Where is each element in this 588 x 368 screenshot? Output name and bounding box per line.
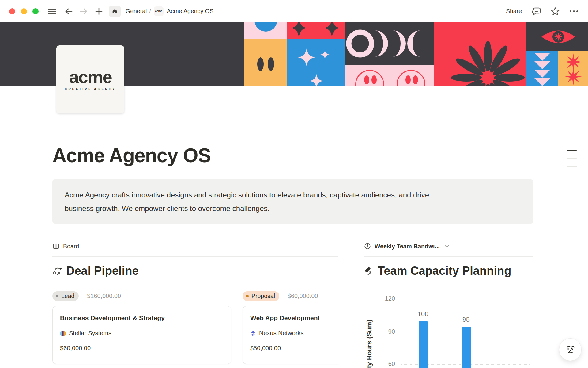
deal-card[interactable]: Web App Development Nexus Networks $50,0… [243, 306, 339, 364]
callout-line: Acme Agency crafts innovative designs an… [65, 188, 521, 202]
group-sum[interactable]: $160,000.00 [87, 293, 121, 300]
deal-card-title[interactable]: Web App Development [250, 314, 339, 322]
deal-pipeline-heading-row: Deal Pipeline [52, 263, 339, 278]
gridline-120 [401, 299, 530, 299]
page-title[interactable]: Acme Agency OS [52, 144, 211, 167]
page-logo-card[interactable]: acme CREATIVE AGENCY [56, 45, 124, 113]
cover-tile-red-smileys [345, 65, 434, 86]
linked-chart-icon [364, 266, 374, 276]
deal-pipeline-heading[interactable]: Deal Pipeline [66, 263, 139, 278]
status-badge-proposal[interactable]: Proposal [243, 291, 279, 301]
bar-value-label: 95 [462, 316, 470, 324]
sidebar-menu-icon[interactable] [48, 8, 56, 15]
cover-tile-smiley-face [244, 39, 287, 86]
capacity-bar[interactable] [462, 327, 471, 368]
close-window-button[interactable] [9, 8, 15, 14]
comments-icon[interactable] [532, 7, 541, 16]
deal-amount: $60,000.00 [60, 345, 224, 352]
back-arrow-icon[interactable] [64, 7, 73, 15]
capacity-bar[interactable] [419, 321, 428, 368]
y-axis-label: ty Hours (Sum) [366, 320, 373, 368]
client-link[interactable]: Stellar Systems [69, 330, 111, 337]
new-tab-icon[interactable] [95, 7, 103, 15]
cover-tile-stars [558, 51, 588, 86]
y-tick: 60 [373, 360, 395, 367]
team-capacity-section: Weekly Team Bandwi... Team Capacity Plan… [364, 241, 548, 368]
linked-database-icon [52, 266, 62, 276]
chevron-down-icon [444, 245, 449, 248]
ai-face-icon [564, 344, 576, 355]
section-divider [52, 256, 338, 257]
tab-board-label: Board [63, 243, 79, 250]
bar-value-label: 100 [417, 310, 428, 318]
team-capacity-heading-row: Team Capacity Planning [364, 263, 548, 278]
y-tick: 90 [373, 328, 395, 335]
group-sum[interactable]: $60,000.00 [288, 293, 318, 300]
toc-bar[interactable] [567, 166, 577, 167]
tab-weekly-label: Weekly Team Bandwi... [375, 243, 440, 250]
forward-arrow-icon[interactable] [80, 7, 88, 15]
cover-tile-triangles [526, 51, 558, 86]
board-view-icon [52, 243, 60, 250]
favorite-star-icon[interactable] [551, 7, 560, 16]
tab-weekly-team-bandwidth[interactable]: Weekly Team Bandwi... [364, 241, 548, 251]
cover-tile-eye [526, 22, 588, 51]
callout-line: business growth. We empower clients to o… [65, 202, 521, 215]
status-dot [246, 295, 249, 297]
breadcrumb-separator: / [149, 8, 151, 15]
section-divider [364, 256, 533, 257]
app-window: General / acme Acme Agency OS Share [0, 0, 588, 368]
minimize-window-button[interactable] [21, 8, 27, 14]
cover-tile-oddc-shapes [345, 22, 434, 65]
deal-amount: $50,000.00 [250, 345, 339, 352]
description-callout[interactable]: Acme Agency crafts innovative designs an… [52, 179, 533, 224]
logo-brand-text: acme [69, 68, 111, 86]
share-button[interactable]: Share [506, 8, 522, 15]
stellar-systems-icon [60, 331, 66, 336]
breadcrumb-root[interactable]: General [126, 8, 147, 15]
toc-bar[interactable] [567, 158, 577, 159]
status-badge-lead[interactable]: Lead [52, 291, 79, 301]
board-group-proposal: Proposal $60,000.00 Web App Development … [243, 291, 339, 364]
page-icon[interactable]: acme [154, 6, 164, 16]
pie-chart-icon [364, 243, 371, 250]
cover-tile-dark-sparkles [287, 22, 345, 39]
window-toolbar: General / acme Acme Agency OS Share [0, 0, 588, 22]
deal-card[interactable]: Business Development & Strategy Stellar … [52, 306, 231, 364]
nexus-networks-icon [250, 331, 256, 336]
logo-tagline: CREATIVE AGENCY [65, 87, 116, 91]
board-groups: Lead $160,000.00 Business Development & … [52, 291, 339, 364]
status-dot [56, 295, 58, 297]
team-capacity-heading[interactable]: Team Capacity Planning [378, 263, 511, 278]
status-label: Lead [61, 293, 74, 300]
y-tick: 120 [373, 295, 395, 302]
board-group-lead: Lead $160,000.00 Business Development & … [52, 291, 231, 364]
notion-ai-button[interactable] [559, 338, 582, 361]
table-of-contents-indicator[interactable] [567, 150, 577, 174]
tab-board[interactable]: Board [52, 241, 339, 251]
status-label: Proposal [251, 293, 275, 300]
cover-tile-pink-sparkles [287, 39, 345, 86]
deal-card-title[interactable]: Business Development & Strategy [60, 314, 224, 322]
capacity-bar-chart[interactable]: ty Hours (Sum) 120 90 60 100 95 [364, 288, 548, 368]
toc-bar[interactable] [567, 150, 577, 151]
cover-tile-flower [434, 22, 526, 86]
deal-pipeline-section: Board Deal Pipeline [52, 241, 339, 368]
more-options-icon[interactable] [569, 10, 579, 13]
zoom-window-button[interactable] [32, 8, 39, 14]
client-link[interactable]: Nexus Networks [259, 330, 304, 337]
breadcrumb-page-title[interactable]: Acme Agency OS [167, 8, 214, 15]
cover-tile-circle [244, 22, 287, 39]
home-icon[interactable] [109, 6, 121, 17]
